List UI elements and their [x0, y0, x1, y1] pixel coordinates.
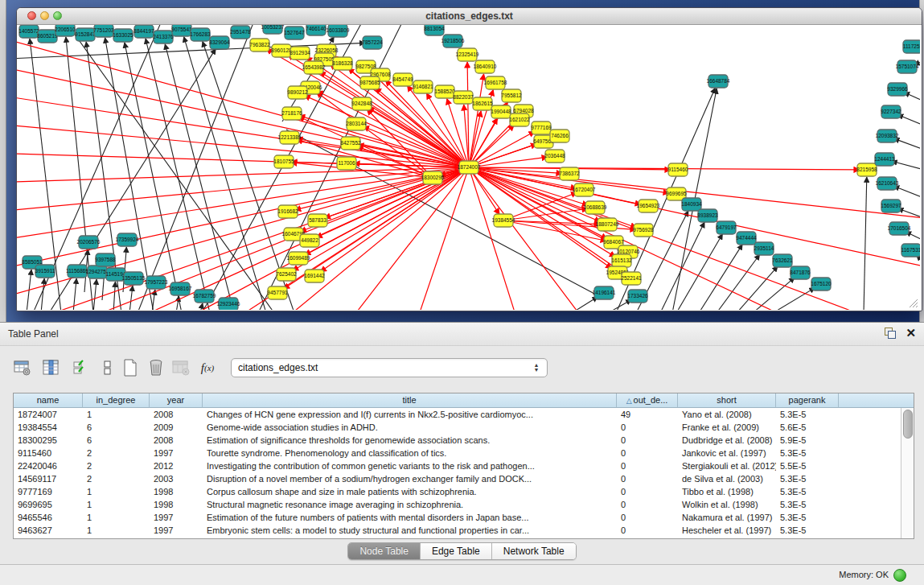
- graph-node[interactable]: 8215958: [856, 163, 877, 176]
- column-header-short[interactable]: short: [678, 393, 776, 408]
- graph-node[interactable]: 8844197: [133, 25, 154, 38]
- function-builder-icon[interactable]: f(x): [198, 358, 217, 377]
- graph-node[interactable]: 7466140: [306, 25, 326, 35]
- graph-node[interactable]: 17016504: [888, 222, 911, 235]
- graph-node[interactable]: 2951478: [230, 26, 251, 39]
- graph-node[interactable]: 1810755: [273, 155, 294, 168]
- float-panel-icon[interactable]: [885, 328, 896, 339]
- graph-node[interactable]: 8813054: [424, 25, 445, 35]
- graph-node[interactable]: 16210643: [876, 177, 899, 190]
- graph-node[interactable]: 6479197: [716, 221, 737, 234]
- graph-node[interactable]: 1588520: [434, 85, 455, 98]
- graph-node[interactable]: 18300295: [421, 171, 445, 184]
- graph-node[interactable]: 17957223: [145, 276, 168, 289]
- graph-node[interactable]: 18640910: [474, 60, 497, 73]
- graph-node[interactable]: 1621022: [509, 113, 530, 126]
- graph-node[interactable]: 9075541: [171, 25, 192, 36]
- graph-node[interactable]: 9890212: [287, 86, 308, 99]
- graph-node[interactable]: 1615132: [611, 254, 632, 267]
- table-row[interactable]: 1872400712008Changes of HCN gene express…: [14, 408, 914, 421]
- graph-node[interactable]: 12093832: [876, 130, 899, 142]
- graph-node[interactable]: 7857224: [362, 36, 383, 49]
- graph-node[interactable]: 1167531: [901, 244, 920, 257]
- tab-edge-table[interactable]: Edge Table: [421, 543, 492, 559]
- graph-node[interactable]: 1633025: [113, 29, 133, 42]
- network-canvas[interactable]: 1872400779638228960128891293423226058982…: [17, 25, 920, 310]
- graph-node[interactable]: 587833: [308, 214, 327, 227]
- table-row[interactable]: 946554611997Estimation of the future num…: [14, 511, 914, 524]
- columns-icon[interactable]: [98, 358, 117, 377]
- table-row[interactable]: 911546021997Tourette syndrome. Phenomeno…: [14, 447, 914, 459]
- graph-node[interactable]: 10053237: [261, 25, 285, 34]
- graph-node[interactable]: 3915911: [35, 265, 55, 278]
- graph-node[interactable]: 16099489: [287, 252, 310, 265]
- graph-node[interactable]: 9756928: [633, 224, 654, 237]
- graph-node[interactable]: 8186328: [332, 57, 353, 70]
- graph-node[interactable]: 8960128: [271, 44, 292, 57]
- graph-node[interactable]: 1733426: [627, 290, 648, 303]
- graph-node[interactable]: 1766283: [190, 28, 211, 41]
- vertical-scrollbar[interactable]: [901, 408, 914, 538]
- network-window-titlebar[interactable]: citations_edges.txt: [17, 8, 922, 25]
- close-panel-icon[interactable]: ✕: [906, 328, 916, 339]
- graph-node[interactable]: 2206510: [55, 25, 76, 36]
- graph-node[interactable]: 12325419: [456, 48, 479, 61]
- column-header-title[interactable]: title: [203, 393, 617, 408]
- graph-node[interactable]: 1990448: [491, 105, 511, 118]
- table-selector-dropdown[interactable]: citations_edges.txt ▲▼: [231, 358, 548, 377]
- graph-node[interactable]: 19384554: [492, 214, 515, 227]
- graph-node[interactable]: 19654923: [637, 200, 660, 212]
- graph-node[interactable]: 15751074: [896, 60, 919, 73]
- graph-node[interactable]: 746266: [550, 130, 569, 142]
- graph-node[interactable]: 9329966: [887, 83, 908, 96]
- graph-node[interactable]: 7963822: [249, 39, 270, 51]
- graph-node[interactable]: 16543982: [302, 61, 326, 74]
- graph-node[interactable]: 1675120: [811, 278, 832, 290]
- graph-node[interactable]: 8938923: [697, 209, 718, 222]
- graph-node[interactable]: 8912934: [290, 47, 310, 60]
- table-row[interactable]: 969969511998Structural magnetic resonanc…: [14, 498, 914, 511]
- table-row[interactable]: 1938455462009Genome-wide association stu…: [14, 421, 914, 434]
- network-window[interactable]: citations_edges.txt 18724007796382289601…: [16, 7, 922, 311]
- column-header-pagerank[interactable]: pagerank: [776, 393, 839, 408]
- graph-node[interactable]: 9474444: [736, 232, 757, 245]
- resize-grip-icon[interactable]: [907, 297, 918, 308]
- graph-node[interactable]: 8822037: [453, 91, 474, 104]
- graph-node[interactable]: 2718176: [281, 107, 302, 120]
- graph-node[interactable]: 12213389: [278, 131, 302, 144]
- graph-node[interactable]: 8427552: [340, 137, 361, 150]
- graph-node[interactable]: 9242848: [351, 97, 372, 110]
- graph-node[interactable]: 2935114: [754, 242, 774, 255]
- graph-node[interactable]: 9875685: [359, 76, 380, 89]
- graph-node[interactable]: 16648784: [707, 75, 730, 88]
- select-all-icon[interactable]: [71, 358, 90, 377]
- graph-node[interactable]: 9227342: [881, 105, 901, 118]
- graph-node[interactable]: 9397588: [95, 253, 116, 266]
- graph-node[interactable]: 8329064: [209, 36, 230, 49]
- tab-network-table[interactable]: Network Table: [492, 543, 576, 559]
- graph-node[interactable]: 1117253: [903, 40, 920, 53]
- column-header-in_degree[interactable]: in_degree: [83, 393, 150, 408]
- graph-node[interactable]: 7955812: [501, 89, 522, 102]
- column-header-out_de[interactable]: △out_de...: [617, 393, 678, 408]
- table-settings-icon[interactable]: [13, 358, 32, 377]
- graph-node[interactable]: 2522141: [621, 272, 642, 285]
- table-row[interactable]: 977716911998Corpus callosum shape and si…: [14, 485, 914, 498]
- graph-node[interactable]: 16782759: [193, 290, 216, 303]
- graph-node[interactable]: 7632621: [772, 254, 793, 267]
- delete-icon[interactable]: [146, 358, 166, 377]
- graph-node[interactable]: 1916682: [277, 205, 298, 218]
- graph-node[interactable]: 10688639: [584, 201, 607, 214]
- graph-node[interactable]: 9115460: [668, 163, 688, 176]
- graph-node[interactable]: 8471876: [790, 266, 811, 279]
- graph-node[interactable]: 9146821: [413, 80, 433, 93]
- graph-node[interactable]: 8454749: [392, 73, 413, 86]
- graph-node[interactable]: 1840934: [681, 198, 702, 211]
- graph-node[interactable]: 16958167: [169, 282, 192, 295]
- graph-node[interactable]: 1527647: [284, 27, 305, 39]
- graph-node[interactable]: 7751203: [93, 25, 114, 37]
- graph-node[interactable]: 9457791: [267, 286, 288, 299]
- graph-node[interactable]: 1405572: [18, 25, 39, 38]
- graph-node[interactable]: 7386372: [559, 167, 580, 180]
- tab-node-table[interactable]: Node Table: [348, 543, 421, 559]
